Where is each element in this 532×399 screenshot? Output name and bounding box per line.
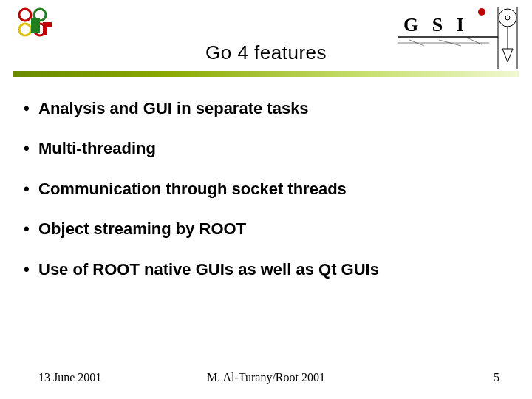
svg-point-2	[19, 24, 31, 35]
svg-point-4	[478, 8, 485, 16]
gsi-logo-icon: G S I	[395, 3, 520, 77]
slide-content: Analysis and GUI in separate tasks Multi…	[21, 99, 511, 300]
footer-page-number: 5	[494, 371, 499, 384]
svg-text:G S I: G S I	[403, 14, 468, 35]
svg-point-10	[505, 16, 510, 20]
svg-point-0	[19, 9, 31, 21]
slide-footer: 13 June 2001 M. Al-Turany/Root 2001 5	[0, 371, 532, 384]
footer-author: M. Al-Turany/Root 2001	[207, 371, 325, 384]
svg-point-9	[499, 9, 516, 27]
footer-date: 13 June 2001	[38, 371, 101, 384]
bullet-list: Analysis and GUI in separate tasks Multi…	[21, 99, 511, 279]
list-item: Analysis and GUI in separate tasks	[21, 99, 511, 118]
slide-header: G S I Go 4 features	[0, 0, 532, 81]
list-item: Communication through socket threads	[21, 180, 511, 199]
go4-logo-icon	[15, 6, 59, 44]
header-divider	[13, 71, 519, 77]
slide-title: Go 4 features	[0, 41, 532, 64]
list-item: Use of ROOT native GUIs as well as Qt GU…	[21, 260, 511, 279]
list-item: Object streaming by ROOT	[21, 219, 511, 239]
list-item: Multi-threading	[21, 139, 511, 158]
